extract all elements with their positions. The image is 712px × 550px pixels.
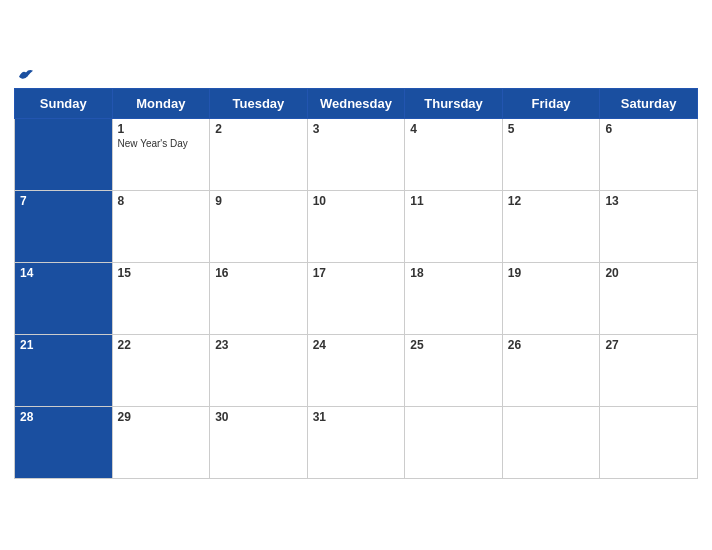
- week-row-1: 1New Year's Day23456: [15, 118, 698, 190]
- calendar-cell: 8: [112, 190, 210, 262]
- day-number: 4: [410, 122, 497, 136]
- day-number: 26: [508, 338, 595, 352]
- day-number: 19: [508, 266, 595, 280]
- day-number: 25: [410, 338, 497, 352]
- calendar-cell: 7: [15, 190, 113, 262]
- calendar-table: SundayMondayTuesdayWednesdayThursdayFrid…: [14, 88, 698, 479]
- day-number: 13: [605, 194, 692, 208]
- weekday-header-sunday: Sunday: [15, 88, 113, 118]
- calendar-cell: 5: [502, 118, 600, 190]
- day-number: 21: [20, 338, 107, 352]
- calendar-cell: 16: [210, 262, 308, 334]
- calendar-cell: 26: [502, 334, 600, 406]
- calendar-cell: 9: [210, 190, 308, 262]
- day-number: 1: [118, 122, 205, 136]
- calendar-cell: 6: [600, 118, 698, 190]
- calendar-cell: 2: [210, 118, 308, 190]
- weekday-header-wednesday: Wednesday: [307, 88, 405, 118]
- day-number: 2: [215, 122, 302, 136]
- calendar-cell: 21: [15, 334, 113, 406]
- day-number: 28: [20, 410, 107, 424]
- calendar-cell: 25: [405, 334, 503, 406]
- calendar-cell: 24: [307, 334, 405, 406]
- weekday-header-saturday: Saturday: [600, 88, 698, 118]
- logo-text: [14, 68, 38, 82]
- weekday-header-row: SundayMondayTuesdayWednesdayThursdayFrid…: [15, 88, 698, 118]
- calendar-header: [14, 68, 698, 82]
- calendar-cell: 15: [112, 262, 210, 334]
- calendar-cell: 10: [307, 190, 405, 262]
- day-number: 23: [215, 338, 302, 352]
- day-number: 14: [20, 266, 107, 280]
- calendar-cell: 19: [502, 262, 600, 334]
- calendar-cell: 4: [405, 118, 503, 190]
- weekday-header-friday: Friday: [502, 88, 600, 118]
- day-number: 6: [605, 122, 692, 136]
- calendar-cell: 13: [600, 190, 698, 262]
- day-number: 11: [410, 194, 497, 208]
- week-row-4: 21222324252627: [15, 334, 698, 406]
- day-number: 16: [215, 266, 302, 280]
- calendar-cell: [600, 406, 698, 478]
- weekday-header-thursday: Thursday: [405, 88, 503, 118]
- day-number: 18: [410, 266, 497, 280]
- day-number: 5: [508, 122, 595, 136]
- weekday-header-tuesday: Tuesday: [210, 88, 308, 118]
- calendar-cell: 17: [307, 262, 405, 334]
- calendar-cell: 20: [600, 262, 698, 334]
- calendar-cell: 23: [210, 334, 308, 406]
- logo-area: [14, 68, 38, 82]
- day-number: 9: [215, 194, 302, 208]
- day-number: 24: [313, 338, 400, 352]
- calendar-wrapper: SundayMondayTuesdayWednesdayThursdayFrid…: [0, 58, 712, 493]
- calendar-cell: 30: [210, 406, 308, 478]
- calendar-cell: 27: [600, 334, 698, 406]
- day-number: 15: [118, 266, 205, 280]
- logo-bird-icon: [17, 68, 35, 82]
- day-number: 3: [313, 122, 400, 136]
- weekday-header-monday: Monday: [112, 88, 210, 118]
- calendar-cell: 28: [15, 406, 113, 478]
- calendar-cell: [502, 406, 600, 478]
- holiday-label: New Year's Day: [118, 138, 205, 150]
- day-number: 31: [313, 410, 400, 424]
- day-number: 27: [605, 338, 692, 352]
- day-number: 10: [313, 194, 400, 208]
- calendar-cell: 22: [112, 334, 210, 406]
- calendar-cell: 1New Year's Day: [112, 118, 210, 190]
- day-number: 30: [215, 410, 302, 424]
- day-number: 20: [605, 266, 692, 280]
- calendar-cell: 12: [502, 190, 600, 262]
- day-number: 12: [508, 194, 595, 208]
- day-number: 29: [118, 410, 205, 424]
- calendar-thead: SundayMondayTuesdayWednesdayThursdayFrid…: [15, 88, 698, 118]
- day-number: 7: [20, 194, 107, 208]
- calendar-cell: 31: [307, 406, 405, 478]
- calendar-cell: [405, 406, 503, 478]
- week-row-2: 78910111213: [15, 190, 698, 262]
- calendar-cell: 3: [307, 118, 405, 190]
- day-number: 8: [118, 194, 205, 208]
- calendar-body: 1New Year's Day2345678910111213141516171…: [15, 118, 698, 478]
- calendar-cell: 29: [112, 406, 210, 478]
- week-row-3: 14151617181920: [15, 262, 698, 334]
- day-number: 22: [118, 338, 205, 352]
- calendar-cell: [15, 118, 113, 190]
- calendar-cell: 11: [405, 190, 503, 262]
- week-row-5: 28293031: [15, 406, 698, 478]
- calendar-cell: 18: [405, 262, 503, 334]
- calendar-cell: 14: [15, 262, 113, 334]
- day-number: 17: [313, 266, 400, 280]
